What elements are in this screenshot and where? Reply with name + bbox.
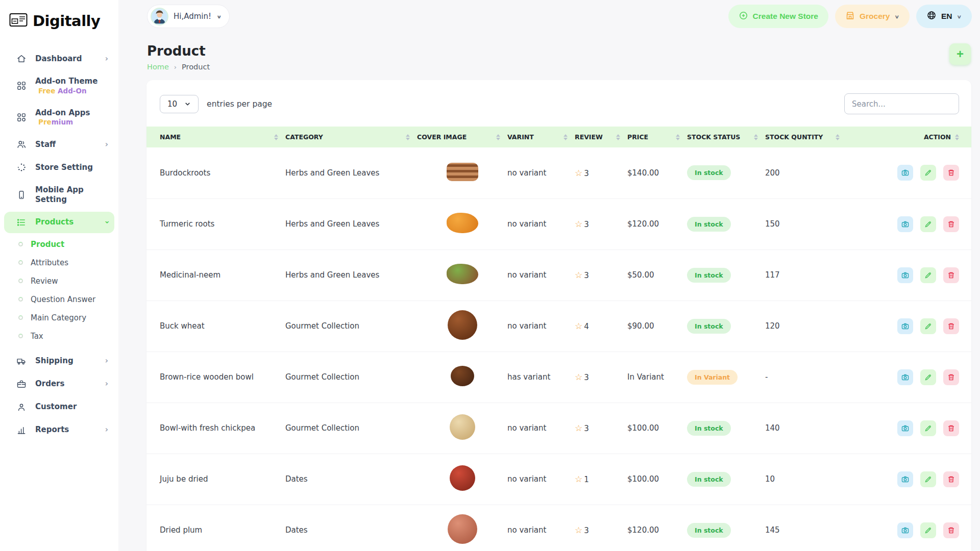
delete-button[interactable] (943, 216, 959, 232)
sidebar-item-label: Staff (35, 140, 56, 149)
sidebar-item-store-setting[interactable]: Store Setting (4, 157, 114, 178)
product-cover-image (450, 414, 475, 440)
sort-icon[interactable] (496, 134, 500, 140)
view-image-button[interactable] (897, 420, 913, 436)
stock-quantity: 200 (765, 168, 780, 178)
delete-button[interactable] (943, 165, 959, 181)
sidebar-item-mobile-app-setting[interactable]: Mobile App Setting (4, 180, 114, 210)
greeting-label: Hi,Admin! (174, 12, 211, 21)
logo[interactable]: Digitally (0, 0, 118, 35)
edit-button[interactable] (920, 267, 936, 283)
add-product-button[interactable]: + (949, 43, 971, 65)
delete-button[interactable] (943, 267, 959, 283)
storefront-icon (845, 11, 855, 22)
submenu-item-question-answer[interactable]: Question Answer (0, 290, 118, 309)
sort-icon[interactable] (406, 134, 410, 140)
delete-button[interactable] (943, 522, 959, 538)
sort-icon[interactable] (616, 134, 620, 140)
sort-icon[interactable] (274, 134, 278, 140)
sidebar-item-label: Customer (35, 402, 77, 412)
edit-button[interactable] (920, 216, 936, 232)
view-image-button[interactable] (897, 369, 913, 385)
view-image-button[interactable] (897, 165, 913, 181)
delete-button[interactable] (943, 369, 959, 385)
view-image-button[interactable] (897, 216, 913, 232)
store-selector-button[interactable]: Grocery ∨ (835, 5, 910, 28)
sidebar-item-staff[interactable]: Staff› (4, 134, 114, 155)
language-selector-button[interactable]: EN ∨ (916, 5, 972, 28)
column-header-action[interactable]: ACTION (847, 127, 971, 147)
edit-button[interactable] (920, 522, 936, 538)
view-image-button[interactable] (897, 522, 913, 538)
chevron-right-icon: › (105, 426, 108, 434)
column-header-name[interactable]: NAME (146, 127, 285, 147)
sidebar-item-add-on-apps[interactable]: Add-on AppsPremium (4, 103, 114, 133)
sort-icon[interactable] (955, 134, 959, 140)
column-header-cover-image[interactable]: COVER IMAGE (417, 127, 507, 147)
stock-quantity: 117 (765, 270, 780, 280)
sidebar-item-reports[interactable]: Reports› (4, 419, 114, 441)
create-new-store-button[interactable]: Create New Store (728, 5, 828, 28)
camera-icon (901, 322, 910, 331)
view-image-button[interactable] (897, 471, 913, 487)
sort-icon[interactable] (754, 134, 758, 140)
column-header-price[interactable]: PRICE (627, 127, 687, 147)
sort-icon[interactable] (836, 134, 840, 140)
search-input[interactable] (844, 93, 959, 114)
edit-button[interactable] (920, 318, 936, 334)
bullet-icon (18, 242, 23, 246)
sidebar-item-shipping[interactable]: Shipping› (4, 350, 114, 372)
star-icon: ☆ (575, 219, 582, 229)
sort-icon[interactable] (676, 134, 680, 140)
submenu-item-main-category[interactable]: Main Category (0, 309, 118, 327)
delete-button[interactable] (943, 471, 959, 487)
brand-card-icon (9, 13, 28, 29)
delete-button[interactable] (943, 420, 959, 436)
admin-profile-chip[interactable]: Hi,Admin! ∨ (147, 5, 230, 28)
submenu-item-attributes[interactable]: Attributes (0, 254, 118, 272)
edit-button[interactable] (920, 369, 936, 385)
briefcase-icon (16, 379, 27, 389)
sidebar-item-orders[interactable]: Orders› (4, 373, 114, 395)
stock-quantity: 120 (765, 321, 780, 331)
truck-icon (16, 356, 27, 366)
edit-button[interactable] (920, 471, 936, 487)
product-category: Gourmet Collection (285, 321, 359, 331)
sidebar-item-products[interactable]: Products› (4, 212, 114, 233)
chevron-down-icon (184, 101, 191, 107)
edit-button[interactable] (920, 165, 936, 181)
breadcrumb-home-link[interactable]: Home (147, 63, 169, 71)
column-header-category[interactable]: CATEGORY (285, 127, 417, 147)
sort-icon[interactable] (564, 134, 568, 140)
table-row: Brown-rice wooden bowl Gourmet Collectio… (146, 352, 971, 403)
sidebar-item-customer[interactable]: Customer (4, 396, 114, 418)
sidebar-item-label: Dashboard (35, 54, 82, 64)
submenu-item-product[interactable]: Product (0, 235, 118, 254)
product-category: Herbs and Green Leaves (285, 168, 379, 178)
pencil-icon (924, 168, 933, 177)
chevron-down-icon: ∨ (957, 14, 962, 19)
trash-icon (947, 220, 955, 229)
column-label: CATEGORY (285, 133, 323, 141)
product-name: Bowl-with fresh chickpea (160, 423, 255, 433)
bullet-icon (18, 279, 23, 283)
column-header-varint[interactable]: VARINT (507, 127, 575, 147)
submenu-item-tax[interactable]: Tax (0, 327, 118, 345)
table-row: Buck wheat Gourmet Collection no variant… (146, 300, 971, 352)
stock-quantity: 150 (765, 219, 780, 229)
pencil-icon (924, 424, 933, 433)
delete-button[interactable] (943, 318, 959, 334)
column-header-stock-quntity[interactable]: STOCK QUNTITY (765, 127, 847, 147)
review-count: 3 (584, 526, 589, 535)
column-header-review[interactable]: REVIEW (575, 127, 627, 147)
column-header-stock-status[interactable]: STOCK STATUS (687, 127, 765, 147)
bullet-icon (18, 297, 23, 302)
sidebar-item-add-on-theme[interactable]: Add-on ThemeFree Add-On (4, 71, 114, 101)
main-area: Hi,Admin! ∨ Create New Store (118, 0, 980, 551)
view-image-button[interactable] (897, 267, 913, 283)
view-image-button[interactable] (897, 318, 913, 334)
edit-button[interactable] (920, 420, 936, 436)
entries-per-page-select[interactable]: 10 (160, 95, 199, 113)
submenu-item-review[interactable]: Review (0, 272, 118, 290)
sidebar-item-dashboard[interactable]: Dashboard› (4, 48, 114, 69)
